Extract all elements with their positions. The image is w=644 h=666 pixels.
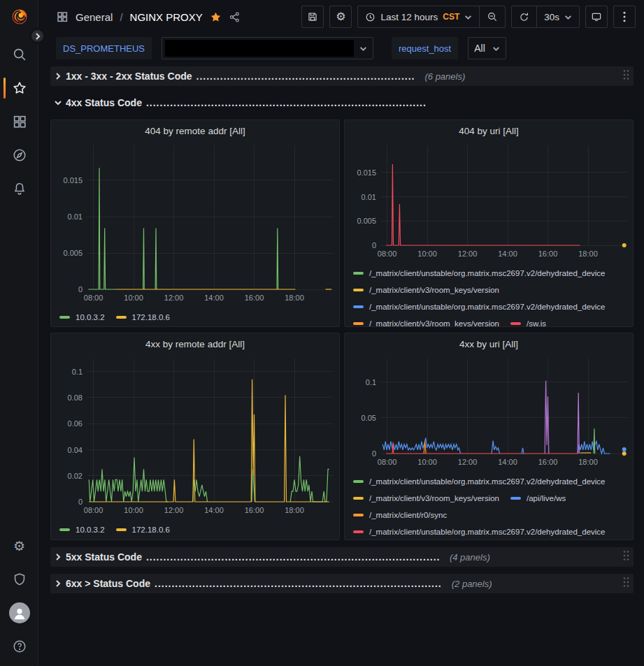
series-label: /_matrix/client/r0/sync bbox=[369, 511, 447, 519]
svg-text:14:00: 14:00 bbox=[498, 249, 517, 258]
page-title[interactable]: NGINX PROXY bbox=[130, 11, 203, 23]
panel-title[interactable]: 4xx by uri [All] bbox=[345, 333, 633, 354]
svg-text:0.06: 0.06 bbox=[68, 419, 83, 428]
time-series-chart[interactable]: 00.020.040.060.080.108:0010:0012:0014:00… bbox=[51, 354, 339, 520]
row-5xx[interactable]: 5xx Status Code ........................… bbox=[50, 547, 634, 567]
datasource-variable-label[interactable]: DS_PROMETHEUS bbox=[56, 37, 152, 59]
legend-item[interactable]: /api/live/ws bbox=[510, 490, 566, 507]
row-drag-handle[interactable] bbox=[623, 551, 629, 564]
datasource-value-redacted bbox=[165, 40, 354, 57]
panel-title[interactable]: 404 by uri [All] bbox=[345, 120, 633, 141]
legend-item[interactable]: 10.0.3.2 bbox=[59, 309, 105, 326]
svg-text:0: 0 bbox=[372, 241, 376, 249]
more-options-button[interactable] bbox=[613, 6, 636, 28]
time-range-label: Last 12 hours bbox=[380, 12, 438, 22]
panel-legend: 10.0.3.2172.18.0.6 bbox=[51, 307, 339, 326]
svg-text:0.01: 0.01 bbox=[68, 212, 83, 221]
time-series-chart[interactable]: 00.050.108:0010:0012:0014:0016:0018:00 bbox=[345, 354, 633, 472]
svg-text:10:00: 10:00 bbox=[417, 458, 437, 466]
panel-title[interactable]: 4xx by remote addr [All] bbox=[51, 333, 339, 354]
sidebar-item-profile[interactable] bbox=[0, 596, 38, 630]
svg-text:16:00: 16:00 bbox=[245, 506, 264, 514]
time-series-chart[interactable]: 00.0050.010.01508:0010:0012:0014:0016:00… bbox=[51, 141, 339, 307]
svg-text:0: 0 bbox=[78, 285, 83, 294]
chevron-right-icon bbox=[55, 553, 62, 560]
series-color-swatch bbox=[353, 289, 364, 291]
row-6xx[interactable]: 6xx > Status Code ......................… bbox=[50, 574, 634, 593]
series-label: 172.18.0.6 bbox=[132, 313, 170, 321]
svg-text:08:00: 08:00 bbox=[378, 249, 397, 258]
legend-item[interactable]: 172.18.0.6 bbox=[116, 309, 170, 326]
svg-text:08:00: 08:00 bbox=[84, 506, 103, 514]
cycle-view-mode-button[interactable] bbox=[585, 6, 608, 28]
series-label: /_matrix/client/unstable/org.matrix.msc2… bbox=[369, 269, 606, 277]
legend-item[interactable]: /_matrix/client/unstable/org.matrix.msc2… bbox=[353, 473, 606, 490]
zoom-out-time-button[interactable] bbox=[479, 6, 505, 27]
share-icon[interactable] bbox=[229, 11, 241, 23]
svg-text:10:00: 10:00 bbox=[124, 506, 143, 514]
legend-item[interactable]: /_matrix/client/unstable/org.matrix.msc2… bbox=[353, 523, 606, 540]
sidebar-item-dashboards[interactable] bbox=[0, 105, 38, 138]
save-dashboard-button[interactable] bbox=[301, 6, 324, 28]
time-range-picker[interactable]: Last 12 hours CST bbox=[358, 6, 479, 27]
sidebar-item-server-admin[interactable] bbox=[0, 563, 38, 596]
sidebar-item-configuration[interactable]: ⚙ bbox=[0, 529, 38, 563]
legend-item[interactable]: /_matrix/client/v3/room_keys/version bbox=[353, 490, 499, 507]
panel-4xx-by-remote-addr: 4xx by remote addr [All] 00.020.040.060.… bbox=[50, 333, 340, 540]
svg-text:0.05: 0.05 bbox=[362, 414, 376, 422]
row-leader-dots: ........................................… bbox=[196, 71, 415, 82]
request-host-select[interactable]: All bbox=[468, 37, 506, 59]
sidebar-item-explore[interactable] bbox=[0, 138, 38, 172]
row-panel-count: (4 panels) bbox=[450, 552, 490, 563]
series-label: /_matrix/client/v3/room_keys/version bbox=[369, 286, 499, 294]
shield-icon bbox=[12, 572, 27, 587]
panel-legend: /_matrix/client/unstable/org.matrix.msc2… bbox=[345, 263, 633, 327]
dashboard-controls: ⚙ Last 12 hours CST 30s bbox=[301, 6, 636, 28]
search-icon bbox=[12, 47, 27, 62]
legend-item[interactable]: /_matrix/client/v3/room_keys/version bbox=[353, 282, 499, 298]
time-series-chart[interactable]: 00.0050.010.01508:0010:0012:0014:0016:00… bbox=[345, 141, 633, 263]
sidebar-item-alerting[interactable] bbox=[0, 172, 38, 205]
row-drag-handle[interactable] bbox=[623, 577, 629, 591]
panel-4xx-by-uri: 4xx by uri [All] 00.050.108:0010:0012:00… bbox=[344, 333, 634, 540]
series-color-swatch bbox=[116, 528, 127, 531]
svg-text:0.005: 0.005 bbox=[357, 217, 376, 225]
svg-text:08:00: 08:00 bbox=[84, 294, 103, 302]
legend-item[interactable]: 172.18.0.6 bbox=[116, 521, 170, 538]
favorite-star-icon[interactable] bbox=[210, 11, 222, 23]
svg-text:0.1: 0.1 bbox=[72, 368, 83, 376]
legend-item[interactable]: /_matrix/client/unstable/org.matrix.msc2… bbox=[353, 298, 606, 315]
legend-item[interactable]: /_matrix/client/unstable/org.matrix.msc2… bbox=[353, 265, 606, 282]
series-label: 10.0.3.2 bbox=[76, 526, 105, 534]
request-host-value: All bbox=[468, 43, 487, 54]
sidebar: ⚙ bbox=[0, 0, 38, 666]
chevron-down-icon bbox=[492, 45, 500, 52]
legend-item[interactable]: /sw.js bbox=[510, 315, 546, 327]
breadcrumb-folder[interactable]: General bbox=[76, 11, 113, 23]
request-host-variable-label[interactable]: request_host bbox=[392, 37, 458, 59]
svg-text:18:00: 18:00 bbox=[285, 294, 304, 302]
legend-item[interactable]: /_matrix/client/v3/room_keys/version bbox=[353, 315, 499, 327]
legend-item[interactable]: /_matrix/client/r0/sync bbox=[353, 507, 447, 523]
panel-title[interactable]: 404 by remote addr [All] bbox=[51, 120, 339, 141]
panel-legend: /_matrix/client/unstable/org.matrix.msc2… bbox=[345, 472, 633, 540]
row-title: 1xx - 3xx - 2xx Status Code bbox=[66, 71, 192, 82]
row-1xx-3xx-2xx[interactable]: 1xx - 3xx - 2xx Status Code ............… bbox=[50, 66, 634, 86]
kebab-icon bbox=[623, 11, 626, 22]
sidebar-item-starred[interactable] bbox=[0, 71, 38, 105]
sidebar-expand-button[interactable] bbox=[29, 28, 45, 44]
row-4xx[interactable]: 4xx Status Code ........................… bbox=[50, 93, 634, 113]
svg-text:16:00: 16:00 bbox=[538, 249, 558, 258]
sidebar-item-help[interactable] bbox=[0, 630, 38, 663]
refresh-button[interactable] bbox=[512, 6, 536, 27]
row-drag-handle[interactable] bbox=[623, 70, 629, 83]
series-color-swatch bbox=[59, 316, 70, 319]
datasource-select[interactable] bbox=[162, 37, 373, 59]
legend-item[interactable]: 10.0.3.2 bbox=[59, 521, 105, 538]
refresh-interval-picker[interactable]: 30s bbox=[536, 6, 579, 27]
series-label: /sw.js bbox=[527, 319, 546, 327]
dashboard-settings-button[interactable]: ⚙ bbox=[329, 6, 352, 28]
series-label: /_matrix/client/unstable/org.matrix.msc2… bbox=[369, 528, 606, 536]
clock-icon bbox=[365, 12, 375, 22]
svg-text:18:00: 18:00 bbox=[285, 506, 304, 514]
